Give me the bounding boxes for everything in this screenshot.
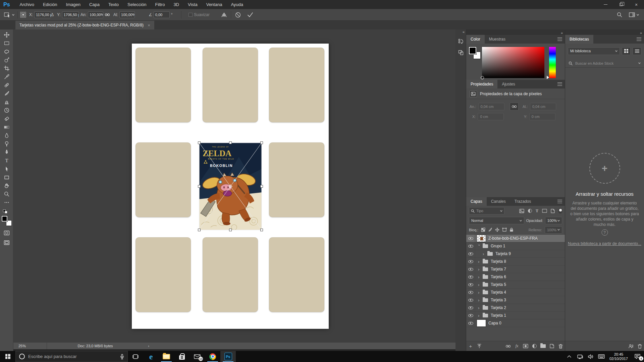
- visibility-toggle[interactable]: [466, 250, 475, 257]
- device-preview-panel-icon[interactable]: [457, 48, 465, 57]
- edit-toolbar-button[interactable]: [1, 198, 13, 206]
- y-property-field[interactable]: 0 cm: [529, 113, 555, 120]
- tab-color[interactable]: Color: [466, 35, 485, 44]
- collapse-dock-arrows[interactable]: »: [561, 31, 565, 35]
- card-slot-8[interactable]: [203, 237, 258, 312]
- menu-archivo[interactable]: Archivo: [15, 0, 39, 9]
- expand-chevron[interactable]: ›: [478, 290, 481, 295]
- tab-bibliotecas[interactable]: Bibliotecas: [565, 35, 593, 44]
- foreground-background-colors[interactable]: [2, 216, 12, 226]
- expand-chevron[interactable]: ›: [478, 313, 481, 318]
- collaborate-icon[interactable]: [627, 344, 635, 349]
- foreground-color-swatch[interactable]: [469, 47, 476, 54]
- touch-keyboard-icon[interactable]: [596, 351, 607, 362]
- cancel-transform-button[interactable]: [235, 9, 241, 20]
- document-size-info[interactable]: Doc: 23,0 MB/0 bytes: [47, 343, 144, 349]
- expand-dock-arrows[interactable]: «: [463, 30, 465, 34]
- layer-row-tarjeta9[interactable]: › Tarjeta 9: [466, 250, 565, 258]
- expand-chevron[interactable]: ›: [478, 282, 481, 287]
- maintain-aspect-ratio-button[interactable]: [105, 9, 110, 20]
- filter-pixel-layers-icon[interactable]: [519, 209, 524, 213]
- smooth-checkbox[interactable]: [189, 13, 193, 17]
- panel-menu-icon[interactable]: [557, 199, 565, 204]
- card-slot-1[interactable]: [136, 48, 191, 122]
- search-button[interactable]: [616, 9, 623, 20]
- canvas-area[interactable]: THE LEGEND OF ZELDA BREATH OF THE WILD B…: [13, 29, 455, 351]
- relative-position-toggle[interactable]: Δ: [51, 9, 54, 20]
- delete-layer-icon[interactable]: [556, 344, 565, 349]
- lock-all-icon[interactable]: [509, 228, 514, 232]
- menu-edicion[interactable]: Edición: [39, 0, 62, 9]
- tab-propiedades[interactable]: Propiedades: [466, 80, 497, 88]
- expand-chevron[interactable]: ›: [478, 298, 481, 303]
- store-taskbar-icon[interactable]: [174, 351, 190, 362]
- adobe-stock-search[interactable]: Buscar en Adobe Stock: [565, 59, 644, 68]
- spot-healing-brush-tool[interactable]: [1, 81, 13, 89]
- menu-texto[interactable]: Texto: [104, 0, 123, 9]
- filter-type-layers-icon[interactable]: T: [536, 208, 538, 214]
- dodge-tool[interactable]: [1, 139, 13, 148]
- menu-vista[interactable]: Vista: [183, 0, 202, 9]
- layer-row-tarjeta1[interactable]: › Tarjeta 1: [466, 312, 565, 319]
- menu-imagen[interactable]: Imagen: [62, 0, 85, 9]
- eyedropper-tool[interactable]: [1, 72, 13, 81]
- hue-slider-marker[interactable]: [547, 76, 549, 79]
- collapse-dock-arrows[interactable]: »: [640, 31, 644, 35]
- layer-row-tarjeta5[interactable]: › Tarjeta 5: [466, 281, 565, 289]
- lock-transparency-icon[interactable]: [481, 228, 485, 232]
- card-slot-6[interactable]: [269, 142, 324, 217]
- foreground-color-swatch[interactable]: [2, 216, 7, 222]
- blur-tool[interactable]: [1, 131, 13, 139]
- width-field[interactable]: 100,00%: [88, 11, 103, 18]
- visibility-toggle[interactable]: [466, 319, 475, 327]
- layer-row-tarjeta7[interactable]: › Tarjeta 7: [466, 265, 565, 273]
- brush-tool[interactable]: [1, 89, 13, 98]
- file-explorer-taskbar-icon[interactable]: [159, 351, 174, 362]
- drop-assets-target[interactable]: +: [589, 153, 620, 184]
- link-layers-icon[interactable]: [504, 344, 513, 349]
- menu-3d[interactable]: 3D: [169, 0, 183, 9]
- warp-mode-button[interactable]: [221, 9, 227, 20]
- photoshop-taskbar-icon[interactable]: Ps: [220, 351, 236, 362]
- help-icon[interactable]: ?: [601, 229, 608, 236]
- card-slot-4[interactable]: [136, 142, 191, 217]
- crop-tool[interactable]: [1, 64, 13, 72]
- library-select[interactable]: Mi biblioteca: [568, 47, 620, 55]
- panel-menu-icon[interactable]: [557, 81, 565, 87]
- layer-row-z-botw[interactable]: Z-botw-bob-ENG-ESP-FRA: [466, 235, 565, 242]
- fill-field[interactable]: 100%: [545, 226, 562, 234]
- new-library-from-document-link[interactable]: Nueva biblioteca a partir de documento..…: [568, 241, 641, 246]
- tab-trazados[interactable]: Trazados: [510, 197, 536, 206]
- taskbar-search-box[interactable]: Escribe aquí para buscar: [15, 351, 128, 362]
- layer-thumbnail[interactable]: [477, 320, 486, 326]
- new-group-icon[interactable]: [539, 344, 547, 349]
- path-selection-tool[interactable]: [1, 165, 13, 173]
- layer-row-tarjeta8[interactable]: › Tarjeta 8: [466, 258, 565, 265]
- layer-row-grupo1[interactable]: › Grupo 1: [466, 242, 565, 250]
- color-picker-ring[interactable]: [481, 76, 484, 79]
- commit-transform-button[interactable]: [247, 9, 254, 20]
- task-view-button[interactable]: [128, 351, 143, 362]
- layer-row-tarjeta2[interactable]: › Tarjeta 2: [466, 304, 565, 312]
- rotation-field[interactable]: 0,00: [154, 11, 170, 18]
- workspace-switcher-button[interactable]: [629, 9, 639, 20]
- quick-selection-tool[interactable]: [1, 56, 13, 64]
- visibility-toggle[interactable]: [466, 312, 475, 319]
- minimize-button[interactable]: [598, 0, 613, 9]
- add-item-icon[interactable]: +: [466, 343, 475, 349]
- add-layer-mask-icon[interactable]: [521, 344, 530, 349]
- action-center-icon[interactable]: 4: [631, 351, 644, 362]
- card-slot-9[interactable]: [269, 237, 324, 312]
- width-property-field[interactable]: 0,04 cm: [478, 103, 504, 110]
- expand-chevron[interactable]: ›: [477, 244, 482, 247]
- adjustment-layer-icon[interactable]: [530, 344, 539, 349]
- history-brush-tool[interactable]: [1, 106, 13, 114]
- screen-mode-button[interactable]: [1, 238, 13, 247]
- move-tool[interactable]: [1, 31, 13, 39]
- restore-button[interactable]: [613, 0, 629, 9]
- expand-chevron[interactable]: ›: [483, 251, 486, 256]
- list-view-button[interactable]: [633, 47, 641, 55]
- menu-ventana[interactable]: Ventana: [202, 0, 227, 9]
- layer-row-capa0[interactable]: Capa 0: [466, 319, 565, 327]
- y-position-field[interactable]: 1706,50 px: [62, 11, 79, 18]
